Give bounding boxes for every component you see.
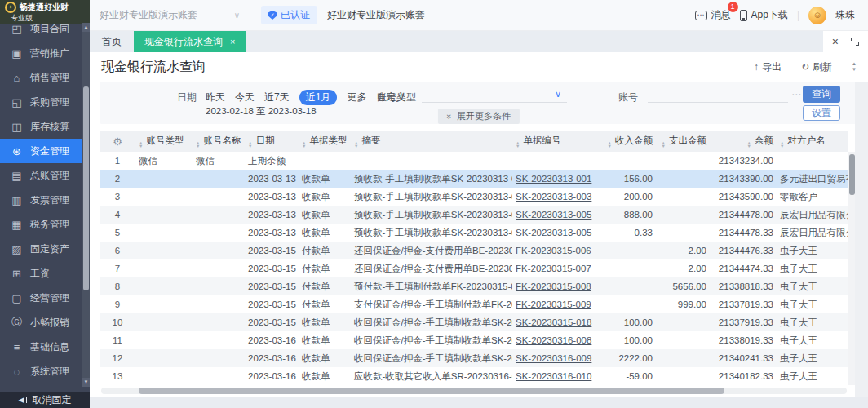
column-header[interactable]: ▲▼账号名称 bbox=[193, 131, 245, 152]
cell-counterparty: 虫子大王 bbox=[777, 259, 848, 277]
sort-icon[interactable]: ▲▼ bbox=[662, 141, 666, 149]
fullscreen-icon[interactable] bbox=[851, 38, 859, 46]
sort-icon[interactable]: ▲▼ bbox=[354, 141, 358, 149]
sidebar-item[interactable]: ◌ 系统管理 bbox=[0, 359, 90, 384]
table-row[interactable]: 10 2023-03-15 收款单 收回保证金/押金-手工填制收款单SK-202… bbox=[100, 313, 848, 331]
sort-icon[interactable]: ▲▼ bbox=[302, 141, 306, 149]
sort-icon[interactable]: ▲▼ bbox=[196, 141, 200, 149]
doc-number-link[interactable]: SK-20230316-010 bbox=[516, 371, 591, 381]
sidebar-scroll-thumb[interactable] bbox=[83, 86, 89, 290]
sidebar-item[interactable]: ⊛ 资金管理 bbox=[0, 139, 90, 163]
sort-icon[interactable]: ▲▼ bbox=[747, 141, 751, 149]
column-header[interactable]: ▲▼对方户名 bbox=[777, 131, 848, 152]
table-row[interactable]: 8 2023-03-15 付款单 预付款-手工填制付款单FK-20230315-… bbox=[100, 277, 848, 295]
doc-number-link[interactable]: SK-20230316-009 bbox=[516, 353, 591, 363]
sidebar-item[interactable]: ▦ 税务管理 bbox=[0, 212, 90, 237]
column-header[interactable]: ▲▼单据编号 bbox=[512, 131, 604, 152]
tab-home[interactable]: 首页 bbox=[90, 31, 134, 52]
doc-number-link[interactable]: SK-20230313-001 bbox=[516, 174, 591, 184]
table-row[interactable]: 1 微信 微信 上期余额 21343234.00 bbox=[100, 152, 848, 170]
column-header[interactable]: ▲▼日期 bbox=[245, 131, 299, 152]
doc-number-link[interactable]: SK-20230313-005 bbox=[516, 228, 591, 237]
sidebar-item[interactable]: ▢ 经营管理 bbox=[0, 286, 90, 310]
table-row[interactable]: 5 2023-03-13 收款单 预收款-手工填制收款单SK-20230313-… bbox=[100, 224, 848, 242]
date-option-last7days[interactable]: 近7天 bbox=[264, 91, 290, 104]
table-row[interactable]: 6 2023-03-15 付款单 还回保证金/押金-支付费用单BE-202303… bbox=[100, 242, 848, 259]
sort-icon[interactable]: ▲▼ bbox=[139, 141, 143, 149]
sidebar-item[interactable]: ⌂ 销售管理 bbox=[0, 65, 90, 90]
user-avatar[interactable]: ☺ bbox=[808, 7, 826, 24]
doc-number-link[interactable]: SK-20230313-003 bbox=[516, 192, 591, 202]
sort-icon[interactable]: ▲▼ bbox=[608, 141, 612, 149]
username[interactable]: 珠珠 bbox=[835, 8, 855, 22]
tab-cash-bank-query[interactable]: 现金银行流水查询 × bbox=[134, 31, 246, 52]
expand-more-conditions-button[interactable]: » 展开更多条件 bbox=[438, 109, 520, 124]
purchase-icon: ◱ bbox=[11, 96, 23, 109]
table-row[interactable]: 7 2023-03-15 付款单 还回保证金/押金-支付费用单BE-202303… bbox=[100, 259, 848, 277]
sort-icon[interactable]: ▲▼ bbox=[780, 141, 784, 149]
sidebar-item[interactable]: Ⓖ 小畅报销 bbox=[0, 310, 90, 335]
close-all-icon[interactable]: × bbox=[832, 35, 839, 48]
table-header-row: ⚙ ▲▼账号类型 ▲▼账号名称 ▲▼日期 ▲▼单据类型 ▲▼摘要 ▲▼单据编号 bbox=[100, 131, 848, 152]
column-header[interactable]: ▲▼支出金额 bbox=[656, 131, 710, 152]
query-button[interactable]: 查询 bbox=[803, 86, 840, 103]
doc-number-link[interactable]: SK-20230315-018 bbox=[516, 317, 591, 327]
row-number: 1 bbox=[100, 152, 135, 170]
table-row[interactable]: 11 2023-03-16 收款单 收回保证金/押金-手工填制收款单SK-202… bbox=[100, 331, 848, 349]
sidebar-item[interactable]: ◱ 采购管理 bbox=[0, 90, 90, 114]
column-header[interactable]: ▲▼摘要 bbox=[351, 131, 512, 152]
column-header[interactable]: ▲▼账号类型 bbox=[135, 131, 193, 152]
sidebar-item[interactable]: ◫ 库存核算 bbox=[0, 114, 90, 139]
sort-icon[interactable]: ▲▼ bbox=[516, 141, 520, 149]
date-option-more[interactable]: 更多 bbox=[347, 91, 366, 104]
verified-badge[interactable]: 已认证 bbox=[261, 6, 317, 24]
doc-number-link[interactable]: SK-20230313-005 bbox=[516, 210, 591, 220]
scroll-up-icon[interactable]: ▲ bbox=[82, 23, 90, 32]
sidebar-item[interactable]: ▤ 总账管理 bbox=[0, 163, 90, 188]
app-download-button[interactable]: App下载 bbox=[740, 8, 788, 22]
date-option-today[interactable]: 今天 bbox=[235, 91, 255, 104]
sidebar-item[interactable]: ▥ 发票管理 bbox=[0, 188, 90, 212]
collapse-panel-control[interactable]: ▲▼ bbox=[852, 62, 857, 72]
sidebar-item[interactable]: ⊞ 工资 bbox=[0, 261, 90, 286]
column-header[interactable]: ▲▼收入金额 bbox=[604, 131, 656, 152]
messages-button[interactable]: 消息 1 bbox=[695, 8, 731, 22]
table-row[interactable]: 12 2023-03-16 收款单 收回保证金/押金-手工填制收款单SK-202… bbox=[100, 349, 848, 367]
export-button[interactable]: ↑ 导出 bbox=[754, 60, 782, 74]
horizontal-scroll-thumb[interactable] bbox=[139, 388, 724, 394]
doc-number-link[interactable]: FK-20230315-006 bbox=[516, 246, 591, 255]
account-type-input[interactable] bbox=[422, 85, 567, 103]
table-row[interactable]: 4 2023-03-13 收款单 预收款-手工填制收款单SK-20230313-… bbox=[100, 206, 848, 224]
sidebar-item[interactable]: ▨ 固定资产 bbox=[0, 237, 90, 261]
refresh-button[interactable]: ↻ 刷新 bbox=[801, 60, 832, 74]
sort-icon[interactable]: ▲▼ bbox=[248, 141, 252, 149]
doc-number-link[interactable]: SK-20230316-008 bbox=[516, 335, 591, 345]
column-header[interactable]: ▲▼余额 bbox=[710, 131, 777, 152]
date-option-yesterday[interactable]: 昨天 bbox=[206, 91, 225, 104]
date-option-last-month-active[interactable]: 近1月 bbox=[299, 90, 338, 105]
table-row[interactable]: 2 2023-03-13 收款单 预收款-手工填制收款单SK-20230313-… bbox=[100, 170, 848, 188]
sidebar-item[interactable]: ▣ 营销推广 bbox=[0, 41, 90, 65]
sidebar-scrollbar[interactable]: ▲ ▼ bbox=[82, 23, 90, 387]
doc-number-link[interactable]: FK-20230315-009 bbox=[516, 299, 591, 309]
column-header[interactable]: ▲▼单据类型 bbox=[299, 131, 351, 152]
table-row[interactable]: 3 2023-03-13 收款单 预收款-手工填制收款单SK-20230313-… bbox=[100, 188, 848, 206]
account-type-chevron-icon[interactable]: ∨ bbox=[555, 89, 561, 100]
unpin-sidebar-button[interactable]: ◀ 取消固定 bbox=[0, 392, 90, 408]
doc-number-link[interactable]: FK-20230315-008 bbox=[516, 282, 591, 291]
sidebar-item[interactable]: ≡ 基础信息 bbox=[0, 335, 90, 359]
date-range-value[interactable]: 2023-02-18 至 2023-03-18 bbox=[206, 105, 317, 118]
account-set-select[interactable]: 好业财专业版演示账套 ∨ bbox=[100, 8, 240, 22]
table-row[interactable]: 13 2023-03-16 收款单 应收款-收取其它收入单SR-20230316… bbox=[100, 367, 848, 385]
cell-balance: 21344478.00 bbox=[710, 206, 777, 224]
account-input[interactable] bbox=[648, 85, 788, 103]
horizontal-scrollbar[interactable] bbox=[101, 388, 847, 394]
tab-close-icon[interactable]: × bbox=[230, 37, 235, 47]
vertical-scroll-thumb[interactable] bbox=[849, 154, 855, 195]
table-row[interactable]: 9 2023-03-15 付款单 支付保证金/押金-手工填制付款单FK-2023… bbox=[100, 295, 848, 313]
column-settings-gear-icon[interactable]: ⚙ bbox=[100, 131, 135, 152]
doc-number-link[interactable]: FK-20230315-007 bbox=[516, 264, 591, 273]
settings-button[interactable]: 设置 bbox=[803, 105, 840, 121]
scroll-down-icon[interactable]: ▼ bbox=[82, 378, 90, 387]
account-picker-icon[interactable]: ⋯ bbox=[791, 89, 801, 100]
